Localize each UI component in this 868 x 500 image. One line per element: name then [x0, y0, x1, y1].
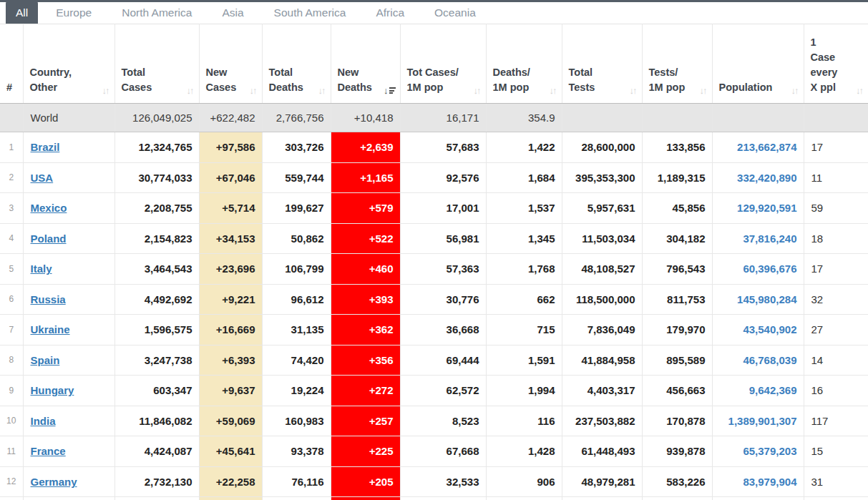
column-header[interactable]: Total Deaths↓↑ — [262, 24, 331, 104]
cell-total-tests: 237,503,882 — [562, 406, 642, 436]
country-link[interactable]: Ukraine — [31, 323, 70, 335]
country-link[interactable]: Brazil — [31, 141, 60, 153]
column-header[interactable]: 1 Case every X ppl↓↑ — [804, 24, 868, 104]
tab-asia[interactable]: Asia — [210, 2, 255, 24]
table-row: 2USA30,774,033+67,046559,744+1,16592,576… — [0, 162, 868, 193]
column-header[interactable]: Total Tests↓↑ — [562, 24, 642, 104]
sort-both-icon[interactable]: ↓↑ — [700, 86, 708, 95]
column-header[interactable]: Deaths/ 1M pop↓↑ — [486, 24, 562, 104]
country-link[interactable]: Italy — [31, 263, 52, 275]
column-label: Tests/ 1M pop — [649, 65, 686, 95]
cell-new-cases: +16,669 — [199, 315, 262, 345]
country-link[interactable]: France — [31, 445, 66, 457]
cell-case-every: 14 — [804, 345, 868, 376]
column-label: New Deaths — [338, 65, 372, 95]
cell-case-every: 31 — [804, 466, 868, 497]
country-link[interactable]: Poland — [31, 232, 67, 245]
table-body: World 126,049,025 +622,482 2,766,756 +10… — [0, 104, 868, 500]
column-header: # — [0, 24, 23, 104]
partial-cell — [804, 497, 868, 500]
tab-oceania[interactable]: Oceania — [422, 2, 488, 24]
column-label: New Cases — [206, 65, 237, 95]
cell-tot-cases-1m: 67,668 — [400, 436, 486, 467]
sort-both-icon[interactable]: ↓↑ — [856, 86, 864, 95]
column-header[interactable]: Total Cases↓↑ — [114, 24, 199, 104]
country-link[interactable]: Germany — [31, 476, 77, 488]
row-rank: 4 — [0, 223, 23, 254]
sort-both-icon[interactable]: ↓↑ — [630, 86, 638, 95]
table-row: 5Italy3,464,543+23,696106,799+46057,3631… — [0, 254, 868, 285]
country-link[interactable]: Mexico — [31, 202, 67, 214]
cell-case-every: 32 — [804, 284, 868, 315]
world-tot-cases-1m: 16,171 — [400, 104, 486, 132]
cell-total-deaths: 93,378 — [262, 436, 331, 467]
column-label: Tot Cases/ 1M pop — [407, 65, 459, 95]
world-total-deaths: 2,766,756 — [262, 104, 331, 132]
country-link[interactable]: USA — [31, 172, 54, 184]
partial-cell — [712, 497, 804, 500]
tab-africa[interactable]: Africa — [364, 2, 416, 24]
cell-total-tests: 7,836,049 — [562, 315, 642, 345]
header-row: #Country, Other↓↑Total Cases↓↑New Cases↓… — [0, 24, 868, 104]
cell-total-deaths: 96,612 — [262, 284, 331, 315]
row-rank: 6 — [0, 284, 23, 315]
column-header[interactable]: New Cases↓↑ — [199, 24, 262, 104]
world-label: World — [23, 104, 114, 132]
cell-tests-1m: 45,856 — [642, 193, 712, 224]
cell-deaths-1m: 1,428 — [486, 436, 562, 467]
cell-tests-1m: 179,970 — [642, 315, 712, 345]
cell-case-every: 17 — [804, 132, 868, 163]
sort-both-icon[interactable]: ↓↑ — [187, 86, 195, 95]
sort-both-icon[interactable]: ↓↑ — [474, 86, 482, 95]
cell-new-deaths: +522 — [331, 223, 400, 254]
cell-total-deaths: 160,983 — [262, 406, 331, 436]
cell-case-every: 18 — [804, 223, 868, 254]
cell-tests-1m: 895,589 — [642, 345, 712, 376]
cell-tests-1m: 811,753 — [642, 284, 712, 315]
sort-both-icon[interactable]: ↓↑ — [102, 86, 110, 95]
partial-cell — [0, 497, 23, 500]
cell-total-cases: 1,596,575 — [114, 315, 199, 345]
sort-desc-icon[interactable]: ↓ — [384, 86, 396, 95]
country-link[interactable]: Hungary — [31, 384, 74, 396]
cell-new-cases: +59,069 — [199, 406, 262, 436]
cell-total-tests: 61,448,493 — [562, 436, 642, 467]
country-link[interactable]: Spain — [31, 354, 60, 366]
cell-new-deaths: +460 — [331, 254, 400, 285]
country-link[interactable]: India — [31, 415, 56, 427]
tab-south-america[interactable]: South America — [262, 2, 359, 24]
cell-new-cases: +22,258 — [199, 466, 262, 497]
sort-both-icon[interactable]: ↓↑ — [791, 86, 799, 95]
column-header[interactable]: Tests/ 1M pop↓↑ — [642, 24, 712, 104]
cell-new-cases: +67,046 — [199, 162, 262, 193]
cell-population: 1,389,901,307 — [712, 406, 804, 436]
cell-tests-1m: 304,182 — [642, 223, 712, 254]
sort-both-icon[interactable]: ↓↑ — [550, 86, 557, 95]
cell-total-tests: 11,503,034 — [562, 223, 642, 254]
country-link[interactable]: Russia — [31, 293, 66, 305]
tab-north-america[interactable]: North America — [109, 2, 204, 24]
table-row: 10India11,846,082+59,069160,983+2578,523… — [0, 406, 868, 436]
cell-total-cases: 2,208,755 — [114, 193, 199, 224]
tab-all[interactable]: All — [6, 0, 38, 24]
column-header[interactable]: Population↓↑ — [712, 24, 804, 104]
column-header[interactable]: Tot Cases/ 1M pop↓↑ — [400, 24, 486, 104]
column-header[interactable]: New Deaths↓ — [331, 24, 400, 104]
column-header[interactable]: Country, Other↓↑ — [23, 24, 114, 104]
cell-total-tests: 48,108,527 — [562, 254, 642, 285]
cell-deaths-1m: 1,422 — [486, 132, 562, 163]
sort-both-icon[interactable]: ↓↑ — [318, 86, 326, 95]
cell-tot-cases-1m: 30,776 — [400, 284, 486, 315]
sort-both-icon[interactable]: ↓↑ — [250, 86, 258, 95]
cell-tests-1m: 796,543 — [642, 254, 712, 285]
region-tabs: AllEuropeNorth AmericaAsiaSouth AmericaA… — [0, 2, 868, 24]
cell-tot-cases-1m: 92,576 — [400, 162, 486, 193]
cell-deaths-1m: 1,345 — [486, 223, 562, 254]
cell-new-deaths: +225 — [331, 436, 400, 467]
table-row-partial — [0, 497, 868, 500]
cell-case-every: 27 — [804, 315, 868, 345]
cell-tot-cases-1m: 36,668 — [400, 315, 486, 345]
tab-europe[interactable]: Europe — [44, 2, 104, 24]
partial-cell — [562, 497, 642, 500]
table-row: 3Mexico2,208,755+5,714199,627+57917,0011… — [0, 193, 868, 224]
